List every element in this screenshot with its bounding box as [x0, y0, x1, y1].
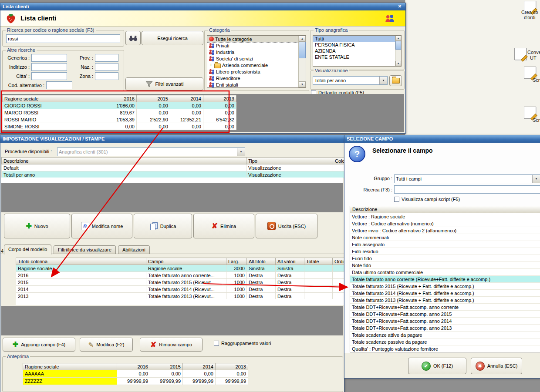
list-item[interactable]: PERSONA FISICA — [313, 42, 395, 48]
modifica-nome-button[interactable]: n Modifica nome — [71, 214, 132, 238]
scrollbar[interactable]: ▲ ▼ — [395, 36, 401, 66]
list-item[interactable]: Fido assegnato — [350, 241, 540, 248]
scroll-thumb[interactable] — [395, 41, 401, 50]
column-header[interactable]: Descrizione — [350, 206, 540, 213]
column-header[interactable]: 2014 — [170, 95, 203, 102]
aggiungi-campo-button[interactable]: ✚ Aggiungi campo (F4) — [3, 338, 75, 352]
tab-filtri-linee[interactable]: Filtri/linee da visualizzare — [54, 245, 116, 254]
column-header[interactable]: 2015 — [137, 95, 170, 102]
list-item[interactable]: +Azienda commerciale — [207, 62, 299, 68]
list-item[interactable]: Privati — [207, 42, 299, 49]
expand-icon[interactable]: + — [209, 63, 213, 67]
prov-input[interactable] — [95, 54, 118, 62]
list-item[interactable]: Tutti — [313, 36, 395, 42]
open-view-button[interactable] — [389, 75, 402, 86]
list-item[interactable]: Totale fatturato 2013 (Ricevute + Fatt. … — [350, 297, 540, 304]
list-item[interactable]: Note fido — [350, 262, 540, 269]
list-item[interactable]: Totale DDT+Ricevute+Fatt.accomp. anno 20… — [350, 318, 540, 325]
tab-corpo-del-modello[interactable]: Corpo del modello — [4, 245, 51, 255]
list-item[interactable]: Societa' di servizi — [207, 55, 299, 62]
script-checkbox-row[interactable]: Visualizza campi script (F5) — [394, 197, 460, 202]
procedure-select[interactable]: Anagrafica clienti (301) ▼ — [57, 147, 245, 156]
chevron-down-icon[interactable]: ▼ — [379, 77, 387, 84]
anteprima-table[interactable]: Ragione sociale2016201520142013 AAAAAA0,… — [23, 363, 248, 385]
column-header[interactable]: 2013 — [216, 363, 248, 370]
column-header[interactable]: 2014 — [183, 363, 216, 370]
results-table[interactable]: Ragione sociale2016201520142013 GIORGIO … — [2, 95, 236, 130]
column-header[interactable]: Ragione sociale — [23, 363, 117, 370]
toolbar-item-label[interactable]: Scri — [533, 117, 540, 123]
ricerca-input[interactable] — [394, 185, 540, 194]
esegui-ricerca-button[interactable]: Esegui ricerca — [142, 31, 203, 45]
toolbar-item-label[interactable]: Conversi — [527, 50, 540, 55]
list-item[interactable]: Qualita' : Punteggio valutazione fornito… — [350, 345, 540, 352]
visualizzazione-select[interactable]: Totali per anno ▼ — [313, 76, 388, 85]
column-header[interactable]: All.titolo — [247, 258, 276, 265]
views-table[interactable]: DescrizioneTipoColor... DefaultVisualizz… — [1, 157, 344, 178]
filtri-avanzati-button[interactable]: Filtri avanzati — [125, 77, 203, 90]
list-item[interactable]: Fido residuo — [350, 248, 540, 255]
list-item[interactable]: Totale scadenze attive da pagare — [350, 332, 540, 338]
scroll-up-icon[interactable]: ▲ — [395, 36, 401, 41]
list-item[interactable]: Totale scadenze passive da pagare — [350, 338, 540, 345]
close-icon[interactable]: ✕ — [396, 3, 403, 10]
toolbar-item-label[interactable]: UT — [530, 55, 537, 60]
list-item[interactable]: Tutte le categorie — [207, 36, 299, 42]
tab-abilitazioni[interactable]: Abilitazioni — [118, 245, 150, 254]
tipo-anagrafica-list[interactable]: TuttiPERSONA FISICAAZIENDAENTE STATALE ▲… — [313, 35, 402, 67]
contacts-icon[interactable] — [384, 14, 396, 23]
categoria-list[interactable]: Tutte le categoriePrivatiIndustriaSociet… — [207, 35, 306, 88]
toolbar-item-label[interactable]: Scri — [533, 77, 540, 83]
citta-input[interactable] — [31, 72, 67, 80]
script-checkbox[interactable] — [394, 197, 399, 202]
table-row[interactable]: AAAAAA0,000,000,000,00 — [23, 370, 248, 378]
toolbar-item-label[interactable]: d'ordi — [524, 15, 536, 20]
column-header[interactable]: 2016 — [117, 363, 150, 370]
table-row[interactable]: MARCO ROSSI819,670,000,000,00 — [3, 109, 236, 116]
cod-alternativo-input[interactable] — [46, 81, 72, 89]
column-header[interactable]: 2015 — [150, 363, 183, 370]
column-header[interactable]: Larg. — [226, 258, 247, 265]
conversion-icon[interactable] — [514, 48, 526, 60]
indirizzo-input[interactable] — [31, 63, 67, 71]
scroll-thumb[interactable] — [299, 42, 306, 58]
raggruppamento-checkbox-row[interactable]: Raggruppamento valori — [214, 341, 271, 346]
write-icon[interactable] — [524, 67, 536, 79]
table-row[interactable]: Ragione socialeRagione sociale3000Sinist… — [16, 265, 345, 272]
column-header[interactable]: Ragione sociale — [3, 95, 103, 102]
column-header[interactable]: Tipo — [246, 157, 333, 164]
table-row[interactable]: SIMONE ROSSI0,000,000,000,00 — [3, 123, 236, 130]
write-icon[interactable] — [524, 107, 536, 119]
list-item[interactable]: Totale DDT+Ricevute+Fatt.accomp. anno 20… — [350, 325, 540, 332]
rimuovi-campo-button[interactable]: ✘ Rimuovi campo — [140, 338, 202, 352]
ok-button[interactable]: ✔ OK (F12) — [408, 358, 466, 374]
list-item[interactable]: Rivenditore — [207, 75, 299, 81]
scrollbar[interactable]: ▲ ▼ — [298, 36, 306, 87]
titlebar[interactable]: IMPOSTAZIONE VISUALIZZAZIONI / STAMPE — [0, 135, 344, 143]
list-item[interactable]: Industria — [207, 49, 299, 55]
generica-input[interactable] — [31, 54, 67, 62]
list-item[interactable]: ENTE STATALE — [313, 54, 395, 60]
column-header[interactable]: Ordinamento — [333, 258, 345, 265]
list-item[interactable]: Vettore : Codice alternativo (numerico) — [350, 220, 540, 227]
list-item[interactable]: Data ultimo contatto commerciale — [350, 269, 540, 276]
chevron-down-icon[interactable]: ▼ — [237, 148, 245, 156]
list-item[interactable]: Totale fatturato 2014 (Ricevute + Fatt. … — [350, 290, 540, 297]
field-list[interactable]: Descrizione Vettore : Ragione socialeVet… — [350, 206, 540, 352]
column-header[interactable]: 2016 — [103, 95, 137, 102]
zona-input[interactable] — [95, 72, 118, 80]
scroll-down-icon[interactable]: ▼ — [299, 81, 306, 87]
column-header[interactable]: Descrizione — [2, 157, 246, 164]
gruppo-select[interactable]: Tutti i campi ▼ — [394, 174, 540, 183]
toolbar-item-label[interactable]: Crea co — [521, 10, 538, 15]
table-row[interactable]: ROSSI MARIO1'053,392'522,9012'352,216'54… — [3, 116, 236, 123]
list-item[interactable]: Totale fatturato 2015 (Ricevute + Fatt. … — [350, 283, 540, 290]
list-item[interactable]: AZIENDA — [313, 48, 395, 54]
search-input[interactable] — [6, 34, 120, 43]
list-item[interactable]: Vettore invio : Codice alternativo 2 (al… — [350, 227, 540, 234]
column-header[interactable]: Titolo colonna — [16, 258, 146, 265]
table-row[interactable]: 2016Totale fatturato anno corrente...100… — [16, 272, 345, 279]
model-columns-table[interactable]: Titolo colonnaCampoLarg.All.titoloAll.va… — [16, 258, 344, 300]
chevron-down-icon[interactable]: ▼ — [532, 175, 540, 183]
list-item[interactable]: Vettore : Ragione sociale — [350, 213, 540, 220]
